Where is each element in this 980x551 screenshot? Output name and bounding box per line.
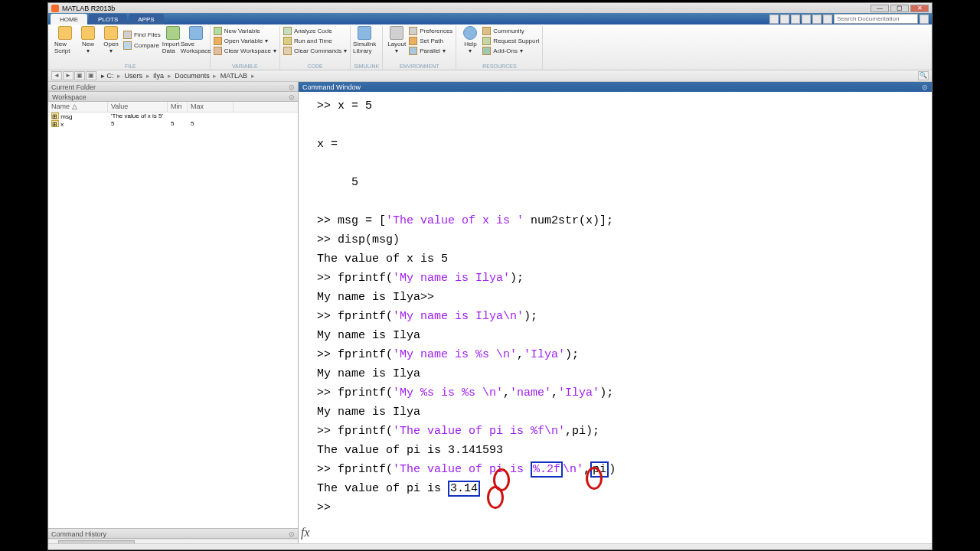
community-button[interactable]: Community: [482, 26, 539, 36]
request-support-button[interactable]: Request Support: [482, 36, 539, 46]
workspace-panel-header[interactable]: Workspace⊙: [48, 92, 298, 102]
matlab-window: MATLAB R2013b — ▢ ✕ HOME PLOTS APPS New …: [47, 2, 933, 550]
annotation-box: pi: [590, 461, 609, 478]
annotation-box: 3.14: [448, 481, 480, 497]
qa-icon[interactable]: [802, 15, 811, 24]
path-crumbs[interactable]: ▸ C: ▸ Users ▸ Ilya ▸ Documents ▸ MATLAB…: [101, 72, 256, 80]
workspace-panel: Name △ Value Min Max ⊞ msg 'The value of…: [48, 102, 298, 528]
command-window[interactable]: >> x = 5 x = 5 >> msg = ['The value of x…: [299, 92, 932, 549]
clear-workspace-button[interactable]: Clear Workspace ▾: [214, 46, 276, 56]
new-script-button[interactable]: New Script: [54, 26, 76, 54]
simulink-library-button[interactable]: Simulink Library: [354, 26, 375, 54]
window-title: MATLAB R2013b: [62, 5, 115, 12]
maximize-button[interactable]: ▢: [890, 5, 909, 12]
find-files-button[interactable]: Find Files: [123, 30, 161, 40]
nav-icon[interactable]: ▣: [86, 71, 96, 80]
save-workspace-button[interactable]: Save Workspace: [185, 26, 207, 54]
qa-icon[interactable]: [812, 15, 822, 24]
tab-plots[interactable]: PLOTS: [89, 14, 127, 24]
tab-home[interactable]: HOME: [51, 14, 87, 24]
annotation-circle: [487, 486, 504, 509]
command-history-header[interactable]: Command History⊙: [48, 529, 298, 539]
current-folder-panel-header[interactable]: Current Folder⊙: [48, 82, 298, 92]
command-window-header[interactable]: Command Window⊙: [299, 82, 932, 92]
analyze-code-button[interactable]: Analyze Code: [283, 26, 347, 36]
addons-button[interactable]: Add-Ons ▾: [482, 46, 539, 56]
help-button[interactable]: Help▾: [459, 26, 481, 56]
qa-icon[interactable]: [769, 15, 779, 24]
workspace-columns[interactable]: Name △ Value Min Max: [48, 102, 298, 112]
forward-button[interactable]: ►: [63, 71, 74, 80]
back-button[interactable]: ◄: [51, 71, 62, 80]
quick-access-bar: [769, 14, 929, 24]
qa-icon[interactable]: [823, 15, 832, 24]
annotation-box: %.2f: [531, 461, 563, 478]
toolstrip: New Script New▾ Open▾ Find Files Compare…: [48, 24, 932, 70]
layout-button[interactable]: Layout▾: [386, 26, 407, 56]
open-variable-button[interactable]: Open Variable ▾: [214, 36, 276, 46]
new-variable-button[interactable]: New Variable: [214, 26, 276, 36]
up-button[interactable]: ▣: [74, 71, 85, 80]
clear-commands-button[interactable]: Clear Commands ▾: [283, 46, 347, 56]
tab-apps[interactable]: APPS: [129, 14, 163, 24]
titlebar: MATLAB R2013b — ▢ ✕: [48, 3, 932, 13]
preferences-button[interactable]: Preferences: [409, 26, 452, 36]
run-and-time-button[interactable]: Run and Time: [283, 36, 347, 46]
current-folder-pathbar: ◄ ► ▣ ▣ ▸ C: ▸ Users ▸ Ilya ▸ Documents …: [48, 70, 932, 82]
new-button[interactable]: New▾: [77, 26, 99, 54]
workspace-row[interactable]: ⊞ x 5 5 5: [48, 120, 298, 128]
close-button[interactable]: ✕: [910, 5, 929, 12]
minimize-button[interactable]: —: [871, 5, 889, 12]
workspace-row[interactable]: ⊞ msg 'The value of x is 5': [48, 112, 298, 120]
set-path-button[interactable]: Set Path: [409, 36, 452, 46]
fx-icon[interactable]: fx: [301, 523, 310, 542]
statusbar: [48, 543, 932, 549]
qa-icon[interactable]: [791, 15, 800, 24]
search-documentation-input[interactable]: [834, 14, 918, 24]
compare-button[interactable]: Compare: [123, 41, 161, 51]
qa-icon[interactable]: [920, 15, 929, 24]
open-button[interactable]: Open▾: [100, 26, 122, 54]
parallel-button[interactable]: Parallel ▾: [409, 46, 452, 56]
qa-icon[interactable]: [780, 15, 789, 24]
matlab-icon: [51, 5, 59, 12]
path-search-icon[interactable]: 🔍: [918, 71, 929, 80]
